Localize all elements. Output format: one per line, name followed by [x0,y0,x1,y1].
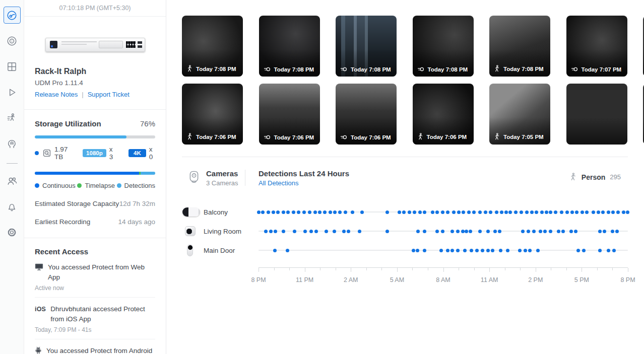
sidebar-item-notifications[interactable] [4,198,21,215]
detection-dot[interactable] [467,210,471,214]
detection-dot[interactable] [521,230,525,233]
detection-dot[interactable] [484,210,487,214]
detection-dot[interactable] [607,249,610,252]
detection-dot[interactable] [543,230,547,233]
detection-dot[interactable] [486,249,490,252]
detection-dot[interactable] [616,210,620,214]
detection-dot[interactable] [545,210,548,214]
detection-dot[interactable] [475,249,479,252]
detection-dot[interactable] [565,210,569,214]
camera-row-living-room[interactable]: Living Room [166,224,628,238]
detection-dot[interactable] [569,230,573,233]
camera-row-balcony[interactable]: Balcony [166,205,628,219]
detection-dot[interactable] [528,249,532,252]
detection-dot[interactable] [286,210,290,214]
detection-dot[interactable] [333,230,336,233]
detection-dot[interactable] [500,210,503,214]
detection-dot[interactable] [603,230,606,233]
release-notes-link[interactable]: Release Notes [35,91,78,98]
detection-dot[interactable] [342,230,346,233]
detection-thumbnail-partial[interactable] [566,84,627,145]
detection-dot[interactable] [478,210,482,214]
detection-dot[interactable] [478,230,482,233]
detection-dot[interactable] [570,210,574,214]
detection-dot[interactable] [274,230,277,233]
detection-dot[interactable] [514,210,518,214]
detection-dot[interactable] [423,249,426,252]
detection-dot[interactable] [472,210,476,214]
detection-dot[interactable] [535,210,538,214]
detection-dot[interactable] [539,230,542,233]
all-detections-link[interactable]: All Detections [259,179,298,187]
detection-dot[interactable] [622,210,625,214]
detection-thumbnail[interactable]: Today 7:06 PM [336,84,397,145]
detection-dot[interactable] [611,210,615,214]
detection-dot[interactable] [498,230,501,233]
detection-dot[interactable] [598,249,602,252]
detection-dot[interactable] [557,230,560,233]
detection-dot[interactable] [469,230,472,233]
detection-dot[interactable] [549,230,552,233]
detection-dot[interactable] [402,210,406,214]
detection-dot[interactable] [413,210,416,214]
detection-dot[interactable] [598,230,602,233]
detection-dot[interactable] [486,230,490,233]
detection-dot[interactable] [597,210,600,214]
detection-dot[interactable] [273,249,277,252]
detection-dot[interactable] [257,210,261,214]
detection-dot[interactable] [524,249,527,252]
detection-dot[interactable] [499,249,502,252]
detection-dot[interactable] [431,210,434,214]
detection-dot[interactable] [292,210,295,214]
detection-dot[interactable] [423,210,426,214]
detection-dot[interactable] [385,230,389,233]
detection-dot[interactable] [264,230,268,233]
detection-dot[interactable] [554,210,557,214]
detection-dot[interactable] [452,210,456,214]
detection-dot[interactable] [536,249,540,252]
detection-dot[interactable] [504,210,508,214]
detection-thumbnail[interactable]: Today 7:08 PM [336,16,397,77]
detection-dot[interactable] [508,210,512,214]
support-ticket-link[interactable]: Support Ticket [88,91,130,98]
detection-dot[interactable] [491,249,494,252]
detection-dot[interactable] [272,210,275,214]
detection-dot[interactable] [470,249,473,252]
detection-thumbnail[interactable]: Today 7:08 PM [182,16,243,77]
detection-dot[interactable] [561,230,565,233]
detection-dot[interactable] [314,230,318,233]
detection-dot[interactable] [309,230,313,233]
detection-thumbnail[interactable]: Today 7:08 PM [259,16,320,77]
detection-dot[interactable] [525,210,529,214]
detection-dot[interactable] [585,210,589,214]
detection-dot[interactable] [269,230,273,233]
camera-row-main-door[interactable]: Main Door [166,243,628,257]
detection-dot[interactable] [446,210,449,214]
detection-dot[interactable] [333,210,337,214]
detection-dot[interactable] [456,249,460,252]
detection-dot[interactable] [626,210,629,214]
detection-dot[interactable] [450,230,454,233]
detection-dot[interactable] [489,210,492,214]
detection-dot[interactable] [286,249,289,252]
person-filter[interactable]: Person 295 [569,173,621,181]
detection-dot[interactable] [325,230,328,233]
detection-dot[interactable] [506,249,509,252]
detection-dot[interactable] [351,210,354,214]
detection-dot[interactable] [412,249,415,252]
detection-dot[interactable] [560,210,563,214]
detection-dot[interactable] [612,249,616,252]
detection-dot[interactable] [457,210,461,214]
detection-dot[interactable] [385,210,389,214]
sidebar-item-detections[interactable] [4,109,21,126]
detection-dot[interactable] [465,230,468,233]
detection-dot[interactable] [530,210,534,214]
sidebar-item-cameras[interactable] [4,32,21,49]
detection-dot[interactable] [481,249,484,252]
detection-dot[interactable] [329,210,332,214]
detection-thumbnail[interactable]: Today 7:06 PM [413,84,474,145]
detection-thumbnail[interactable]: Today 7:06 PM [259,84,320,145]
detection-dot[interactable] [549,210,552,214]
detection-thumbnail[interactable]: Today 7:08 PM [489,16,550,77]
detection-dot[interactable] [297,210,300,214]
